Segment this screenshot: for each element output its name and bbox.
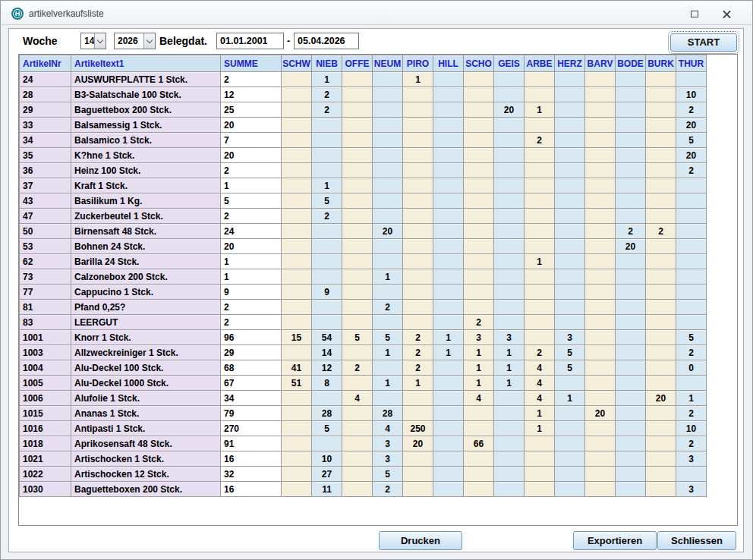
branch-cell-barv[interactable] <box>585 193 616 209</box>
summe-cell[interactable]: 16 <box>221 482 282 497</box>
branch-cell-thur[interactable]: 2 <box>676 345 707 360</box>
branch-cell-geis[interactable]: 1 <box>494 376 525 391</box>
branch-cell-thur[interactable]: 1 <box>676 391 707 406</box>
branch-cell-bode[interactable] <box>616 482 646 497</box>
branch-cell-burk[interactable] <box>646 467 676 482</box>
branch-cell-offe[interactable] <box>342 421 373 436</box>
branch-cell-thur[interactable]: 0 <box>676 360 707 376</box>
branch-cell-burk[interactable] <box>646 451 676 467</box>
article-nr-cell[interactable]: 83 <box>20 315 71 330</box>
branch-cell-barv[interactable] <box>585 209 616 224</box>
branch-cell-scho[interactable] <box>464 163 494 178</box>
branch-cell-scho[interactable] <box>464 209 494 224</box>
branch-cell-barv[interactable] <box>585 254 616 269</box>
summe-cell[interactable]: 12 <box>221 87 282 102</box>
branch-cell-burk[interactable] <box>646 163 676 178</box>
branch-cell-hill[interactable] <box>433 239 464 254</box>
branch-cell-neum[interactable]: 3 <box>373 436 403 451</box>
branch-cell-barv[interactable]: 20 <box>585 406 616 421</box>
branch-cell-geis[interactable] <box>494 269 525 285</box>
branch-cell-barv[interactable] <box>585 118 616 133</box>
branch-cell-hill[interactable] <box>433 451 464 467</box>
branch-cell-scho[interactable] <box>464 269 494 285</box>
branch-cell-arbe[interactable]: 1 <box>525 406 555 421</box>
article-nr-cell[interactable]: 1015 <box>20 406 71 421</box>
branch-cell-neum[interactable]: 4 <box>373 421 403 436</box>
branch-cell-neum[interactable]: 5 <box>373 467 403 482</box>
branch-cell-scho[interactable] <box>464 421 494 436</box>
branch-cell-hill[interactable] <box>433 269 464 285</box>
branch-cell-herz[interactable] <box>555 193 585 209</box>
branch-cell-geis[interactable] <box>494 193 525 209</box>
branch-cell-scho[interactable] <box>464 133 494 148</box>
branch-cell-hill[interactable]: 1 <box>433 330 464 345</box>
branch-cell-burk[interactable] <box>646 436 676 451</box>
branch-cell-schw[interactable] <box>282 345 312 360</box>
branch-cell-scho[interactable]: 1 <box>464 345 494 360</box>
branch-cell-piro[interactable] <box>403 148 433 163</box>
branch-cell-thur[interactable]: 10 <box>676 421 707 436</box>
branch-cell-geis[interactable]: 1 <box>494 360 525 376</box>
branch-cell-schw[interactable]: 41 <box>282 360 312 376</box>
branch-cell-barv[interactable] <box>585 133 616 148</box>
branch-cell-hill[interactable] <box>433 482 464 497</box>
branch-cell-hill[interactable] <box>433 209 464 224</box>
article-text-cell[interactable]: Calzonebox 200 Stck. <box>71 269 221 285</box>
branch-cell-neum[interactable]: 20 <box>373 224 403 239</box>
summe-cell[interactable]: 34 <box>221 391 282 406</box>
article-text-cell[interactable]: Balsamico 1 Stck. <box>71 133 221 148</box>
branch-cell-arbe[interactable] <box>525 330 555 345</box>
branch-cell-arbe[interactable] <box>525 239 555 254</box>
branch-cell-thur[interactable]: 2 <box>676 163 707 178</box>
branch-cell-bode[interactable] <box>616 118 646 133</box>
article-nr-cell[interactable]: 43 <box>20 193 71 209</box>
branch-cell-neum[interactable]: 2 <box>373 300 403 315</box>
branch-cell-bode[interactable] <box>616 345 646 360</box>
branch-cell-nieb[interactable]: 10 <box>312 451 342 467</box>
branch-cell-herz[interactable] <box>555 451 585 467</box>
branch-cell-arbe[interactable]: 1 <box>525 102 555 118</box>
branch-cell-arbe[interactable] <box>525 193 555 209</box>
branch-cell-schw[interactable] <box>282 451 312 467</box>
branch-cell-nieb[interactable] <box>312 269 342 285</box>
branch-cell-nieb[interactable]: 27 <box>312 467 342 482</box>
branch-cell-herz[interactable]: 1 <box>555 391 585 406</box>
branch-cell-burk[interactable] <box>646 239 676 254</box>
branch-cell-offe[interactable] <box>342 300 373 315</box>
article-nr-cell[interactable]: 73 <box>20 269 71 285</box>
branch-cell-offe[interactable] <box>342 102 373 118</box>
branch-cell-thur[interactable]: 20 <box>676 118 707 133</box>
article-text-cell[interactable]: Artischocken 12 Stck. <box>71 467 221 482</box>
branch-cell-geis[interactable] <box>494 406 525 421</box>
branch-cell-thur[interactable]: 20 <box>676 148 707 163</box>
article-text-cell[interactable]: Knorr 1 Stck. <box>71 330 221 345</box>
summe-cell[interactable]: 7 <box>221 133 282 148</box>
branch-cell-arbe[interactable] <box>525 285 555 300</box>
branch-cell-neum[interactable] <box>373 87 403 102</box>
summe-cell[interactable]: 1 <box>221 269 282 285</box>
branch-cell-barv[interactable] <box>585 330 616 345</box>
branch-cell-nieb[interactable] <box>312 254 342 269</box>
branch-cell-hill[interactable] <box>433 254 464 269</box>
branch-cell-nieb[interactable]: 2 <box>312 102 342 118</box>
article-nr-cell[interactable]: 29 <box>20 102 71 118</box>
summe-cell[interactable]: 2 <box>221 209 282 224</box>
branch-cell-burk[interactable] <box>646 133 676 148</box>
branch-cell-burk[interactable] <box>646 148 676 163</box>
week-dropdown-arrow[interactable] <box>94 33 106 49</box>
branch-cell-herz[interactable]: 5 <box>555 345 585 360</box>
summe-cell[interactable]: 29 <box>221 345 282 360</box>
branch-cell-arbe[interactable]: 1 <box>525 254 555 269</box>
article-nr-cell[interactable]: 47 <box>20 209 71 224</box>
branch-cell-scho[interactable] <box>464 193 494 209</box>
branch-cell-nieb[interactable]: 8 <box>312 376 342 391</box>
branch-cell-schw[interactable] <box>282 300 312 315</box>
article-nr-cell[interactable]: 77 <box>20 285 71 300</box>
branch-cell-herz[interactable] <box>555 102 585 118</box>
branch-cell-burk[interactable] <box>646 421 676 436</box>
branch-cell-nieb[interactable] <box>312 224 342 239</box>
branch-cell-nieb[interactable]: 1 <box>312 72 342 87</box>
branch-cell-geis[interactable] <box>494 285 525 300</box>
branch-cell-burk[interactable] <box>646 209 676 224</box>
branch-cell-arbe[interactable] <box>525 467 555 482</box>
